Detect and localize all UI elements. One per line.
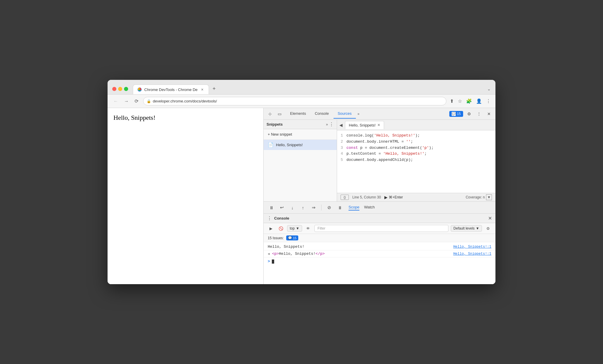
console-title: Console xyxy=(274,216,486,220)
device-toolbar-icon[interactable]: ▭ xyxy=(275,110,284,118)
log-source-link[interactable]: Hello, Snippets!:1 xyxy=(453,245,491,249)
editor-tab-close-icon[interactable]: ✕ xyxy=(377,123,380,127)
tab-console[interactable]: Console xyxy=(311,109,333,119)
deactivate-breakpoints-icon[interactable]: ⊘ xyxy=(325,203,333,212)
devtools-header: ⊹ ▭ Elements Console Sources » 💬 15 ⚙ ⋮ xyxy=(264,108,495,120)
run-console-icon[interactable]: ▶ xyxy=(267,225,275,232)
context-selector[interactable]: top ▼ xyxy=(287,225,302,232)
snippets-title: Snippets xyxy=(267,122,326,127)
snippets-more-icon[interactable]: » xyxy=(326,122,328,127)
new-snippet-button[interactable]: + New snippet xyxy=(264,129,337,140)
issues-icon: 💬 xyxy=(452,112,456,116)
editor-tab[interactable]: Hello, Snippets! ✕ xyxy=(345,121,384,129)
console-dom-row: ◀ <p>Hello, Snippets!</p> Hello, Snippet… xyxy=(264,250,495,257)
tab-close-button[interactable]: × xyxy=(200,87,205,92)
step-over-button[interactable]: ↩ xyxy=(278,203,286,212)
console-close-icon[interactable]: ✕ xyxy=(488,215,492,221)
close-button[interactable] xyxy=(112,87,116,91)
browser-tabs: Chrome DevTools - Chrome De × + xyxy=(133,83,485,94)
share-icon[interactable]: ⬆ xyxy=(450,98,454,104)
dom-text: <p>Hello, Snippets!</p> xyxy=(272,252,325,256)
step-into-button[interactable]: ↓ xyxy=(288,203,297,212)
new-tab-button[interactable]: + xyxy=(209,83,219,94)
devtools-more-icon[interactable]: ⋮ xyxy=(475,110,483,118)
page-hello-text: Hello, Snippets! xyxy=(113,114,257,122)
dom-source-link[interactable]: Hello, Snippets!:1 xyxy=(453,252,491,256)
console-prompt: > xyxy=(268,259,270,264)
editor-statusbar: {} Line 5, Column 30 ▶ ⌘+Enter Coverage:… xyxy=(337,193,495,201)
tab-scope[interactable]: Scope xyxy=(349,205,359,210)
coverage-arrow-icon[interactable]: ▼ xyxy=(486,194,492,200)
devtools-panel: ⊹ ▭ Elements Console Sources » 💬 15 ⚙ ⋮ xyxy=(263,108,495,284)
console-settings-icon[interactable]: ⚙ xyxy=(484,225,492,232)
issues-badge[interactable]: 💬 15 xyxy=(449,111,463,117)
format-icon[interactable]: {} xyxy=(341,195,349,200)
profile-icon[interactable]: 👤 xyxy=(476,98,482,104)
browser-toolbar: ⬆ ☆ 🧩 👤 ⋮ xyxy=(450,98,491,104)
devtools-tabs: Elements Console Sources » xyxy=(286,109,449,119)
live-expressions-icon[interactable]: 👁 xyxy=(304,225,312,232)
step-button[interactable]: ⇒ xyxy=(309,203,318,212)
code-area[interactable]: 1 console.log('Hello, Snippets!'); 2 doc… xyxy=(337,130,495,193)
extensions-icon[interactable]: 🧩 xyxy=(466,98,472,104)
console-toolbar: ▶ 🚫 top ▼ 👁 Filter Default levels ▼ ⚙ xyxy=(264,223,495,234)
clear-console-icon[interactable]: 🚫 xyxy=(277,225,285,232)
console-header: ⋮ Console ✕ xyxy=(264,214,495,223)
code-line-2: 2 document.body.innerHTML = ''; xyxy=(337,139,495,145)
page-content: Hello, Snippets! xyxy=(108,108,263,284)
title-bar: Chrome DevTools - Chrome De × + ⌄ xyxy=(108,80,495,95)
snippets-menu-icon[interactable]: ⋮ xyxy=(329,122,334,127)
console-input-row[interactable]: > xyxy=(264,257,495,265)
filter-input[interactable]: Filter xyxy=(314,225,448,232)
maximize-button[interactable] xyxy=(124,87,128,91)
devtools-mode-icons: ⊹ ▭ xyxy=(266,110,284,118)
levels-selector[interactable]: Default levels ▼ xyxy=(451,225,482,232)
menu-icon[interactable]: ⋮ xyxy=(486,98,491,104)
toolbar-separator xyxy=(321,205,321,210)
console-panel: ⋮ Console ✕ ▶ 🚫 top ▼ 👁 Filter Default l… xyxy=(264,214,495,284)
dom-expand-icon[interactable]: ◀ xyxy=(268,252,270,256)
code-line-1: 1 console.log('Hello, Snippets!'); xyxy=(337,133,495,139)
pause-button[interactable]: ⏸ xyxy=(267,203,275,212)
coverage-section: Coverage: n ▼ xyxy=(466,194,492,200)
issues-count-label: 15 xyxy=(293,236,297,240)
settings-icon[interactable]: ⚙ xyxy=(465,110,473,118)
snippet-file-icon: 📄 xyxy=(268,142,274,148)
run-snippet-button[interactable]: ▶ ⌘+Enter xyxy=(384,195,403,200)
traffic-lights xyxy=(112,87,128,91)
reload-button[interactable]: ⟳ xyxy=(133,98,140,105)
browser-window: Chrome DevTools - Chrome De × + ⌄ ← → ⟳ … xyxy=(108,80,495,284)
code-line-3: 3 const p = document.createElement('p'); xyxy=(337,145,495,151)
address-input[interactable]: developer.chrome.com/docs/devtools/ xyxy=(143,97,446,105)
minimize-button[interactable] xyxy=(118,87,122,91)
step-out-button[interactable]: ↑ xyxy=(299,203,307,212)
active-tab[interactable]: Chrome DevTools - Chrome De × xyxy=(133,85,209,94)
issues-count: 15 xyxy=(457,112,461,116)
address-bar: ← → ⟳ 🔒 developer.chrome.com/docs/devtoo… xyxy=(108,95,495,108)
forward-button[interactable]: → xyxy=(123,98,130,105)
address-wrapper: 🔒 developer.chrome.com/docs/devtools/ xyxy=(143,97,446,105)
more-tabs-icon[interactable]: » xyxy=(356,109,361,118)
editor-back-icon[interactable]: ◀ xyxy=(339,123,343,127)
sources-panel: Snippets » ⋮ + New snippet 📄 Hello, Snip… xyxy=(264,120,495,202)
debugger-toolbar: ⏸ ↩ ↓ ↑ ⇒ ⊘ ⏸ Scope Watch xyxy=(264,202,495,214)
console-menu-icon[interactable]: ⋮ xyxy=(267,215,272,221)
context-chevron-icon: ▼ xyxy=(296,226,299,230)
levels-chevron-icon: ▼ xyxy=(476,226,479,230)
tab-elements[interactable]: Elements xyxy=(286,109,310,119)
back-button[interactable]: ← xyxy=(112,98,119,105)
tab-sources[interactable]: Sources xyxy=(334,109,356,119)
devtools-close-icon[interactable]: ✕ xyxy=(485,110,493,118)
pause-on-exceptions-icon[interactable]: ⏸ xyxy=(336,203,344,212)
tab-watch[interactable]: Watch xyxy=(364,205,375,210)
browser-content: Hello, Snippets! ⊹ ▭ Elements Console So… xyxy=(108,108,495,284)
issues-count-badge[interactable]: 💬 15 xyxy=(286,235,298,240)
bookmark-icon[interactable]: ☆ xyxy=(458,98,462,104)
status-line: Line 5, Column 30 xyxy=(352,195,381,199)
snippet-item[interactable]: 📄 Hello, Snippets! xyxy=(264,140,337,150)
run-label: ⌘+Enter xyxy=(389,195,403,199)
issues-bar: 15 Issues: 💬 15 xyxy=(264,234,495,242)
tabs-chevron-icon[interactable]: ⌄ xyxy=(487,87,491,91)
run-icon: ▶ xyxy=(384,195,388,200)
element-picker-icon[interactable]: ⊹ xyxy=(266,110,274,118)
